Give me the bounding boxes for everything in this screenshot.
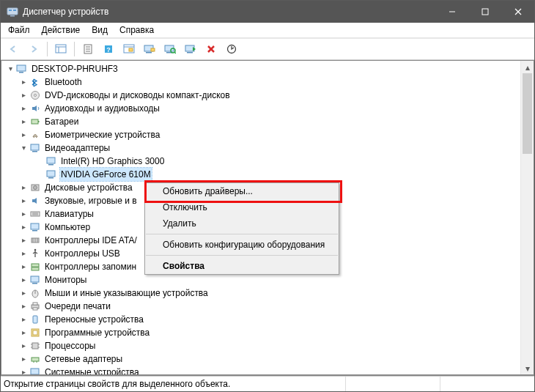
- vertical-scrollbar[interactable]: ▴ ▾: [520, 61, 534, 374]
- toolbar-monitor-button[interactable]: [140, 40, 159, 59]
- expand-icon[interactable]: ▸: [18, 286, 29, 300]
- toolbar-scan-button[interactable]: [160, 40, 180, 59]
- context-disable[interactable]: Отключить: [145, 199, 339, 215]
- scrollbar-thumb[interactable]: [523, 73, 532, 154]
- tree-node-network[interactable]: ▸Сетевые адаптеры: [1, 352, 521, 366]
- expand-icon[interactable]: ▸: [18, 366, 29, 374]
- expand-icon[interactable]: ▸: [18, 181, 29, 194]
- menu-help[interactable]: Справка: [114, 23, 160, 37]
- context-update-drivers[interactable]: Обновить драйверы...: [145, 183, 339, 199]
- expand-icon[interactable]: ▸: [18, 234, 29, 247]
- toolbar-separator: [47, 42, 48, 56]
- svg-rect-0: [7, 8, 18, 15]
- node-label: Аудиовходы и аудиовыходы: [44, 102, 160, 115]
- toolbar-properties-button[interactable]: [78, 40, 97, 59]
- menu-view[interactable]: Вид: [86, 23, 114, 37]
- tree-root[interactable]: ▾ DESKTOP-PHRUHF3: [1, 62, 521, 75]
- node-label: Системные устройства: [44, 366, 140, 374]
- status-cell-2: [346, 377, 440, 391]
- svg-rect-41: [48, 164, 54, 166]
- expand-icon[interactable]: ▸: [18, 313, 29, 326]
- collapse-icon[interactable]: ▾: [4, 62, 16, 75]
- tree-node-system-dev[interactable]: ▸Системные устройства: [1, 366, 521, 374]
- tree-node-intel-hd[interactable]: Intel(R) HD Graphics 3000: [1, 155, 521, 168]
- svg-rect-8: [56, 45, 66, 53]
- node-label: Дисковые устройства: [44, 181, 133, 194]
- context-menu: Обновить драйверы... Отключить Удалить О…: [144, 182, 339, 275]
- svg-rect-57: [32, 267, 39, 270]
- svg-point-45: [34, 186, 37, 190]
- tree-node-mice[interactable]: ▸Мыши и иные указывающие устройства: [1, 286, 521, 300]
- context-refresh-config[interactable]: Обновить конфигурацию оборудования: [145, 237, 339, 253]
- context-delete[interactable]: Удалить: [145, 215, 339, 232]
- tree-node-print-queue[interactable]: ▸Очереди печати: [1, 300, 521, 313]
- toolbar-forward-button[interactable]: [24, 40, 43, 59]
- tree-node-nvidia[interactable]: NVIDIA GeForce 610M: [1, 168, 521, 181]
- svg-rect-42: [47, 171, 55, 177]
- toolbar: ?: [1, 38, 534, 60]
- fingerprint-icon: [29, 129, 41, 141]
- expand-icon[interactable]: ▸: [18, 75, 29, 89]
- expand-icon[interactable]: ▸: [18, 194, 29, 207]
- svg-rect-68: [32, 343, 38, 349]
- context-separator: [146, 255, 338, 256]
- expand-icon[interactable]: ▸: [18, 221, 29, 234]
- network-adapter-icon: [29, 353, 41, 365]
- toolbar-separator: [74, 42, 75, 56]
- sound-controller-icon: [29, 195, 41, 207]
- toolbar-enumerate-button[interactable]: [222, 40, 241, 59]
- svg-rect-67: [33, 330, 37, 335]
- toolbar-uninstall-button[interactable]: [202, 40, 221, 59]
- tree-node-bluetooth[interactable]: ▸Bluetooth: [1, 75, 521, 89]
- expand-icon[interactable]: ▸: [18, 128, 29, 141]
- context-properties[interactable]: Свойства: [145, 258, 339, 274]
- toolbar-refresh-button[interactable]: [119, 40, 139, 59]
- node-label: DESKTOP-PHRUHF3: [31, 62, 119, 75]
- tree-node-dvd[interactable]: ▸DVD-дисководы и дисководы компакт-диско…: [1, 89, 521, 102]
- expand-icon[interactable]: ▸: [18, 247, 29, 260]
- node-label: NVIDIA GeForce 610M: [60, 168, 152, 181]
- storage-controller-icon: [29, 261, 41, 273]
- cpu-icon: [29, 340, 41, 352]
- tree-node-monitors[interactable]: ▸Мониторы: [1, 273, 521, 286]
- expand-icon[interactable]: ▸: [18, 300, 29, 313]
- close-button[interactable]: [501, 1, 534, 23]
- scroll-down-button[interactable]: ▾: [521, 362, 534, 374]
- expand-icon[interactable]: ▸: [18, 339, 29, 352]
- expand-icon[interactable]: ▸: [18, 115, 29, 128]
- maximize-button[interactable]: [468, 1, 501, 23]
- minimize-button[interactable]: [435, 1, 468, 23]
- expand-icon[interactable]: ▸: [18, 207, 29, 221]
- svg-rect-39: [32, 151, 37, 152]
- scroll-up-button[interactable]: ▴: [521, 61, 534, 73]
- expand-icon[interactable]: ▸: [18, 89, 29, 102]
- toolbar-update-driver-button[interactable]: [181, 40, 200, 59]
- expand-icon[interactable]: ▸: [18, 102, 29, 115]
- menu-file[interactable]: Файл: [2, 23, 36, 37]
- expand-icon[interactable]: ▸: [18, 326, 29, 339]
- svg-rect-59: [32, 283, 37, 284]
- svg-text:?: ?: [106, 46, 111, 53]
- toolbar-help-button[interactable]: ?: [99, 40, 118, 59]
- tree-node-biometric[interactable]: ▸Биометрические устройства: [1, 128, 521, 141]
- tree-node-software-dev[interactable]: ▸Программные устройства: [1, 326, 521, 339]
- tree-node-battery[interactable]: ▸Батареи: [1, 115, 521, 128]
- tree-node-display-adapters[interactable]: ▾Видеоадаптеры: [1, 141, 521, 155]
- device-manager-icon: [7, 6, 18, 18]
- tree-node-cpus[interactable]: ▸Процессоры: [1, 339, 521, 352]
- svg-rect-36: [32, 119, 38, 124]
- collapse-icon[interactable]: ▾: [18, 141, 29, 155]
- menu-action[interactable]: Действие: [36, 23, 86, 37]
- tree-node-audio[interactable]: ▸Аудиовходы и аудиовыходы: [1, 102, 521, 115]
- monitor-icon: [29, 274, 41, 286]
- expand-icon[interactable]: ▸: [18, 352, 29, 366]
- statusbar: Открытие страницы свойств для выделенног…: [1, 376, 534, 391]
- expand-icon[interactable]: ▸: [18, 260, 29, 273]
- node-label: Intel(R) HD Graphics 3000: [60, 155, 165, 168]
- svg-rect-3: [13, 10, 16, 11]
- portable-device-icon: [29, 314, 41, 325]
- tree-node-portable[interactable]: ▸Переносные устройства: [1, 313, 521, 326]
- toolbar-show-hidden-button[interactable]: [51, 40, 70, 59]
- expand-icon[interactable]: ▸: [18, 273, 29, 286]
- toolbar-back-button[interactable]: [4, 40, 23, 59]
